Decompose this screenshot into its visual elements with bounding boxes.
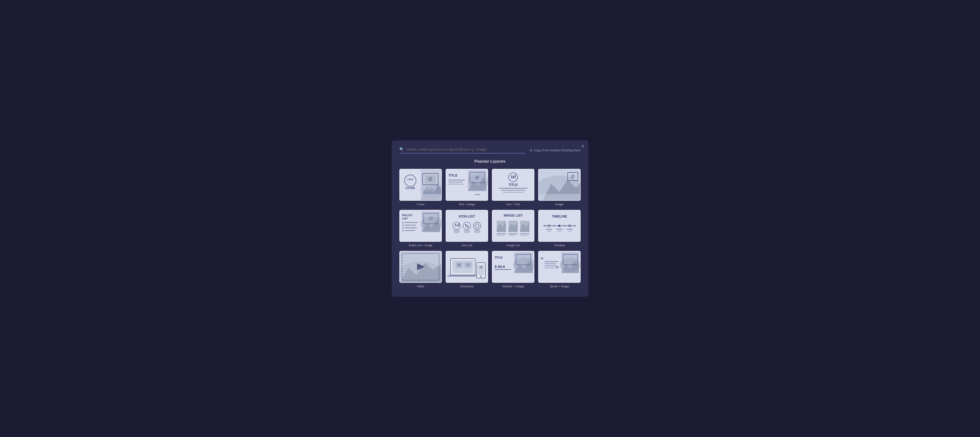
svg-rect-71 — [464, 231, 470, 231]
svg-rect-145 — [545, 261, 558, 262]
layout-thumb-timeline: TIMELINE — [538, 210, 581, 242]
svg-rect-110 — [568, 231, 572, 232]
layout-item-image-list[interactable]: IMAGE LIST — [492, 210, 535, 247]
layout-label-timeline: Timeline — [554, 244, 565, 247]
copy-icon: ⧉ — [530, 148, 532, 152]
svg-rect-64 — [458, 223, 459, 226]
layout-label-image: Image — [555, 203, 563, 206]
layout-item-text-image[interactable]: TITLE Image Text + Image — [445, 169, 488, 206]
svg-rect-79 — [474, 231, 480, 231]
layout-label-icon-text: Icon + Text — [506, 203, 520, 206]
svg-rect-25 — [448, 184, 464, 185]
svg-rect-66 — [454, 232, 459, 233]
layout-item-icon-list[interactable]: ICON LIST — [445, 210, 488, 247]
svg-text:BULLET: BULLET — [402, 214, 412, 217]
svg-rect-24 — [448, 182, 463, 182]
svg-point-53 — [402, 225, 404, 226]
svg-rect-29 — [511, 175, 512, 179]
svg-rect-35 — [503, 192, 523, 193]
svg-rect-18 — [468, 192, 487, 199]
svg-rect-107 — [567, 229, 573, 230]
svg-rect-105 — [546, 229, 552, 230]
svg-rect-91 — [520, 233, 530, 234]
layout-label-showcase: Showcase — [460, 285, 474, 288]
layout-picker-modal: × 🔍 ⧉ Copy From Another Existing Deck Po… — [392, 140, 588, 297]
close-button[interactable]: × — [581, 144, 584, 149]
svg-text:TITLE: TITLE — [509, 183, 517, 187]
svg-text:$ 99.9: $ 99.9 — [495, 265, 505, 269]
svg-rect-80 — [474, 232, 480, 233]
svg-text:TITLE: TITLE — [495, 256, 503, 259]
svg-rect-93 — [509, 235, 515, 236]
svg-rect-58 — [405, 230, 415, 231]
svg-text:IMAGE LIST: IMAGE LIST — [504, 214, 523, 217]
svg-rect-56 — [405, 227, 417, 228]
layout-item-image[interactable]: Image — [538, 169, 581, 206]
layout-thumb-icon-text: TITLE — [492, 169, 535, 201]
svg-rect-94 — [520, 235, 527, 236]
layout-item-video[interactable]: Video — [399, 251, 442, 288]
svg-rect-23 — [448, 180, 465, 180]
layout-label-number-image: Number + Image — [503, 285, 524, 288]
layout-item-showcase[interactable]: Showcase — [445, 251, 488, 288]
search-row: 🔍 ⧉ Copy From Another Existing Deck — [399, 147, 581, 153]
layout-label-image-list: Image List — [506, 244, 520, 247]
svg-rect-89 — [497, 233, 506, 234]
layout-thumb-showcase — [445, 251, 488, 283]
layout-thumb-image — [538, 169, 581, 201]
svg-text:COVER: COVER — [406, 187, 415, 190]
svg-rect-148 — [545, 268, 555, 268]
svg-rect-124 — [447, 275, 478, 277]
layout-item-quote-image[interactable]: " " Quote + Image — [538, 251, 581, 288]
svg-rect-6 — [421, 194, 441, 200]
svg-point-99 — [558, 225, 560, 227]
section-title: Popular Layouts — [399, 159, 581, 164]
svg-rect-31 — [515, 174, 515, 179]
svg-text:LOGO: LOGO — [407, 178, 414, 180]
layout-label-cover: Cover — [417, 203, 424, 206]
svg-point-55 — [402, 227, 404, 228]
svg-rect-90 — [509, 233, 518, 234]
search-box: 🔍 — [399, 147, 525, 153]
layout-item-cover[interactable]: LOGO COVER Cover — [399, 169, 442, 206]
layout-thumb-text-image: TITLE Image — [445, 169, 488, 201]
layout-thumb-quote-image: " " — [538, 251, 581, 283]
layout-label-text-image: Text + Image — [458, 203, 475, 206]
svg-rect-106 — [557, 229, 563, 230]
layout-item-timeline[interactable]: TIMELINE — [538, 210, 581, 247]
svg-rect-34 — [501, 190, 525, 191]
layout-grid: LOGO COVER Cover — [399, 169, 581, 288]
layout-item-bullet-list[interactable]: BULLET LIST Bullet List + Image — [399, 210, 442, 247]
svg-rect-62 — [455, 224, 456, 226]
svg-rect-52 — [405, 222, 418, 223]
layout-thumb-cover: LOGO COVER — [399, 169, 442, 201]
svg-text:": " — [541, 256, 544, 263]
copy-from-deck-button[interactable]: ⧉ Copy From Another Existing Deck — [530, 148, 581, 152]
svg-rect-39 — [539, 194, 580, 200]
svg-point-51 — [402, 222, 404, 223]
svg-point-57 — [402, 230, 404, 231]
svg-rect-33 — [499, 188, 527, 189]
layout-item-number-image[interactable]: TITLE $ 99.9 Number + Image — [492, 251, 535, 288]
svg-rect-65 — [453, 231, 460, 231]
svg-rect-122 — [465, 262, 471, 268]
modal-overlay[interactable]: × 🔍 ⧉ Copy From Another Existing Deck Po… — [0, 0, 980, 437]
layout-thumb-icon-list: ICON LIST — [445, 210, 488, 242]
layout-thumb-image-list: IMAGE LIST — [492, 210, 535, 242]
svg-rect-63 — [457, 225, 458, 226]
layout-label-video: Video — [417, 285, 424, 288]
svg-text:LIST: LIST — [402, 217, 408, 220]
svg-text:Image: Image — [475, 193, 480, 196]
svg-rect-109 — [557, 231, 562, 232]
search-input[interactable] — [406, 147, 525, 152]
layout-item-icon-text[interactable]: TITLE Icon + Text — [492, 169, 535, 206]
svg-text:ICON LIST: ICON LIST — [459, 215, 475, 218]
svg-rect-147 — [545, 265, 557, 266]
layout-thumb-video — [399, 251, 442, 283]
layout-label-quote-image: Quote + Image — [550, 285, 569, 288]
svg-rect-92 — [497, 235, 504, 236]
svg-rect-146 — [545, 263, 556, 264]
svg-rect-30 — [513, 176, 514, 179]
svg-rect-108 — [547, 231, 551, 232]
layout-thumb-number-image: TITLE $ 99.9 — [492, 251, 535, 283]
